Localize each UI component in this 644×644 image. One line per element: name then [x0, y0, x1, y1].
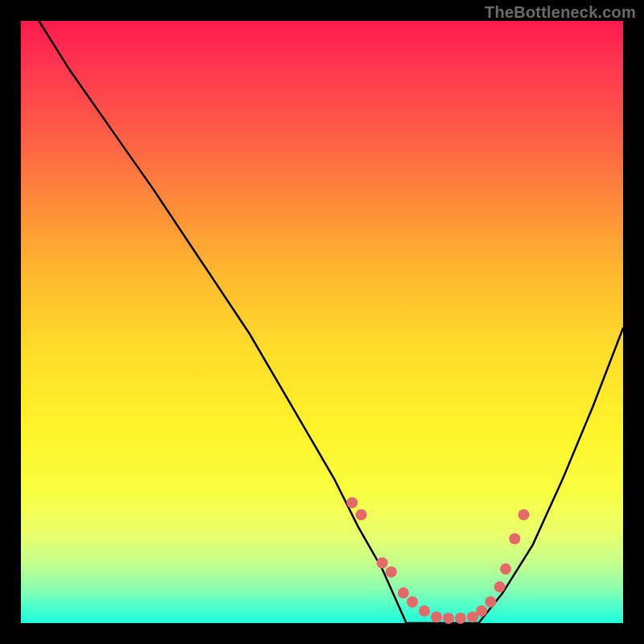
- marker-dot: [386, 566, 397, 577]
- marker-dot: [518, 509, 530, 520]
- marker-dot: [398, 588, 409, 599]
- marker-dot: [485, 597, 496, 608]
- marker-dot: [419, 605, 430, 617]
- marker-dot: [356, 509, 367, 520]
- marker-dot: [494, 581, 506, 592]
- marker-dot: [407, 597, 418, 608]
- marker-dot: [377, 557, 388, 568]
- plot-area: [21, 21, 623, 623]
- watermark-text: TheBottleneck.com: [485, 3, 636, 22]
- chart-svg: [21, 21, 623, 623]
- marker-dot: [443, 613, 454, 624]
- marker-dot: [455, 613, 466, 624]
- bottleneck-curve: [21, 0, 623, 623]
- marker-dot: [431, 612, 442, 623]
- marker-dot: [476, 605, 487, 617]
- marker-dots: [346, 497, 529, 624]
- chart-container: TheBottleneck.com: [0, 0, 644, 644]
- marker-dot: [500, 564, 511, 575]
- marker-dot: [509, 533, 520, 544]
- marker-dot: [346, 497, 357, 508]
